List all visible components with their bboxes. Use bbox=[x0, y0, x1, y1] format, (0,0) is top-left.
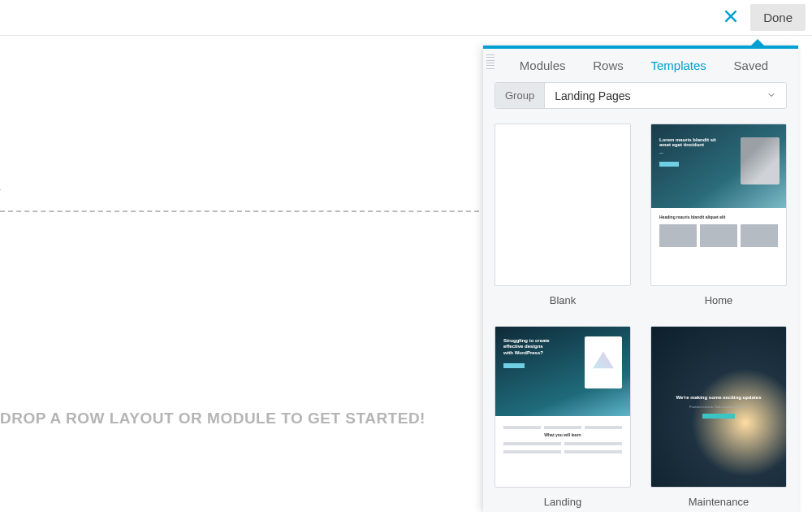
preview-text: Praesent cursus. Sed a luctus sit amet… bbox=[689, 405, 748, 409]
preview-card-shape bbox=[585, 336, 622, 388]
preview-image-shape bbox=[741, 224, 778, 247]
template-preview-landing: Struggling to create effective designs w… bbox=[495, 326, 631, 488]
content-panel: Modules Rows Templates Saved Group Landi… bbox=[483, 46, 798, 512]
preview-text: Heading mauris blandit aliquet elit bbox=[659, 215, 778, 219]
top-toolbar: Done bbox=[0, 0, 812, 36]
panel-tabs: Modules Rows Templates Saved bbox=[483, 49, 798, 82]
preview-image-shape bbox=[741, 137, 780, 184]
template-item-blank[interactable]: Blank bbox=[495, 124, 631, 306]
preview-text: We're making some exciting updates bbox=[676, 395, 761, 400]
empty-canvas-message: DROP A ROW LAYOUT OR MODULE TO GET START… bbox=[0, 410, 425, 427]
preview-text: What you will learn bbox=[503, 432, 622, 437]
group-filter-label: Group bbox=[495, 83, 545, 108]
template-item-landing[interactable]: Struggling to create effective designs w… bbox=[495, 326, 631, 509]
preview-image-shape bbox=[700, 224, 737, 247]
tab-saved[interactable]: Saved bbox=[734, 59, 769, 72]
template-preview-home: Lorem mauris blandit sit amet eget tinci… bbox=[650, 124, 787, 286]
template-preview-maintenance: We're making some exciting updates Praes… bbox=[650, 326, 787, 488]
template-caption: Home bbox=[650, 294, 787, 306]
group-selected-value: Landing Pages bbox=[555, 89, 630, 102]
chevron-down-icon bbox=[767, 89, 776, 102]
group-select[interactable]: Landing Pages bbox=[545, 83, 786, 108]
canvas-divider bbox=[0, 210, 479, 212]
panel-drag-handle[interactable] bbox=[486, 54, 495, 70]
preview-text: Struggling to create effective designs w… bbox=[503, 338, 552, 357]
preview-button-shape bbox=[503, 363, 525, 368]
template-caption: Landing bbox=[495, 496, 631, 508]
preview-button-shape bbox=[659, 162, 679, 167]
done-button[interactable]: Done bbox=[750, 4, 806, 31]
template-caption: Blank bbox=[495, 294, 631, 306]
template-item-maintenance[interactable]: We're making some exciting updates Praes… bbox=[650, 326, 787, 509]
clipped-text-fragment: e bbox=[0, 180, 1, 199]
close-icon bbox=[723, 8, 739, 28]
preview-button-shape bbox=[702, 414, 735, 419]
template-caption: Maintenance bbox=[650, 496, 787, 508]
templates-scroll-region[interactable]: Blank Lorem mauris blandit sit amet eget… bbox=[483, 120, 798, 512]
panel-pointer-arrow bbox=[749, 39, 766, 47]
tab-templates[interactable]: Templates bbox=[650, 59, 706, 72]
templates-grid: Blank Lorem mauris blandit sit amet eget… bbox=[495, 124, 787, 508]
close-panel-button[interactable] bbox=[718, 5, 744, 31]
tab-modules[interactable]: Modules bbox=[520, 59, 566, 72]
preview-image-shape bbox=[659, 224, 697, 247]
tab-rows[interactable]: Rows bbox=[593, 59, 624, 72]
template-item-home[interactable]: Lorem mauris blandit sit amet eget tinci… bbox=[650, 124, 787, 306]
template-preview-blank bbox=[495, 124, 631, 286]
group-filter: Group Landing Pages bbox=[495, 82, 787, 109]
